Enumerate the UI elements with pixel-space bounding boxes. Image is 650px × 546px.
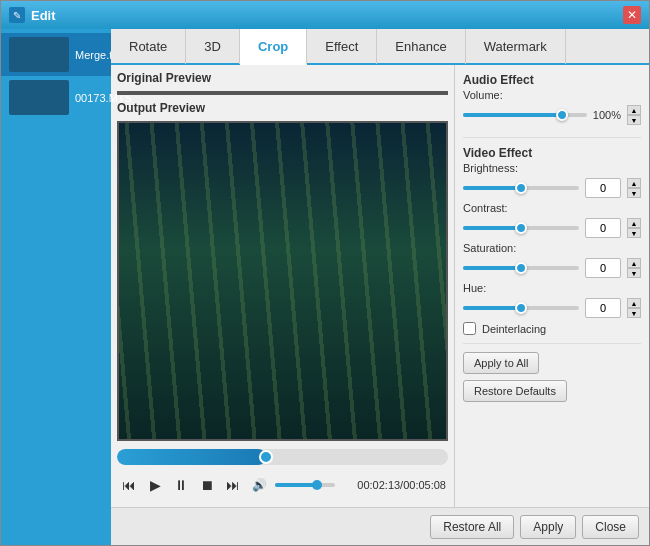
hue-up-button[interactable]: ▲ — [627, 298, 641, 308]
volume-spinner: ▲ ▼ — [627, 105, 641, 125]
contrast-slider-track[interactable] — [463, 226, 579, 230]
deinterlacing-checkbox[interactable] — [463, 322, 476, 335]
right-panel: Audio Effect Volume: 100% ▲ — [454, 65, 649, 507]
audio-effect-title: Audio Effect — [463, 73, 641, 87]
saturation-up-button[interactable]: ▲ — [627, 258, 641, 268]
volume-value: 100% — [593, 109, 621, 121]
brightness-label: Brightness: — [463, 162, 528, 174]
close-window-button[interactable]: ✕ — [623, 6, 641, 24]
hue-down-button[interactable]: ▼ — [627, 308, 641, 318]
tab-3d[interactable]: 3D — [186, 29, 240, 64]
original-preview-section: Original Preview — [117, 71, 448, 95]
contrast-slider-thumb[interactable] — [515, 222, 527, 234]
tab-watermark[interactable]: Watermark — [466, 29, 566, 64]
time-display: 00:02:13/00:05:08 — [357, 479, 446, 491]
restore-all-button[interactable]: Restore All — [430, 515, 514, 539]
hue-slider-fill — [463, 306, 521, 310]
contrast-control-row: ▲ ▼ — [463, 218, 641, 238]
tab-rotate[interactable]: Rotate — [111, 29, 186, 64]
tab-effect[interactable]: Effect — [307, 29, 377, 64]
skip-forward-button[interactable]: ⏭ — [223, 475, 243, 495]
sidebar-thumb — [9, 80, 69, 115]
hue-control-row: ▲ ▼ — [463, 298, 641, 318]
brightness-up-button[interactable]: ▲ — [627, 178, 641, 188]
main-area: Original Preview — [111, 65, 649, 507]
hue-slider-track[interactable] — [463, 306, 579, 310]
title-bar: ✎ Edit ✕ — [1, 1, 649, 29]
divider-2 — [463, 343, 641, 344]
saturation-slider-track[interactable] — [463, 266, 579, 270]
content-area: Rotate 3D Crop Effect Enhance Watermark … — [111, 29, 649, 545]
volume-slider-thumb[interactable] — [556, 109, 568, 121]
app-icon: ✎ — [9, 7, 25, 23]
transport-bar: ⏮ ▶ ⏸ ⏹ ⏭ 🔊 00:02:13/00:05:08 — [117, 469, 448, 501]
close-button[interactable]: Close — [582, 515, 639, 539]
original-preview-label: Original Preview — [117, 71, 448, 85]
main-container: Merge.ts 00173.MTS Rotate 3D Crop Effect… — [1, 29, 649, 545]
hue-input[interactable] — [585, 298, 621, 318]
progress-bar[interactable] — [117, 449, 448, 465]
apply-to-all-button[interactable]: Apply to All — [463, 352, 539, 374]
volume-control-row: Volume: — [463, 89, 641, 101]
volume-icon: 🔊 — [249, 475, 269, 495]
hue-label-row: Hue: — [463, 282, 641, 294]
video-content-output — [119, 123, 446, 439]
tab-crop[interactable]: Crop — [240, 29, 307, 65]
stop-button[interactable]: ⏹ — [197, 475, 217, 495]
volume-slider-track[interactable] — [463, 113, 587, 117]
pause-button[interactable]: ⏸ — [171, 475, 191, 495]
contrast-down-button[interactable]: ▼ — [627, 228, 641, 238]
window-title: Edit — [31, 8, 623, 23]
brightness-label-row: Brightness: — [463, 162, 641, 174]
volume-thumb[interactable] — [312, 480, 322, 490]
sidebar: Merge.ts 00173.MTS — [1, 29, 111, 545]
brightness-slider-fill — [463, 186, 521, 190]
brightness-slider-thumb[interactable] — [515, 182, 527, 194]
saturation-down-button[interactable]: ▼ — [627, 268, 641, 278]
saturation-label-row: Saturation: — [463, 242, 641, 254]
brightness-slider-track[interactable] — [463, 186, 579, 190]
volume-slider-row: 100% ▲ ▼ — [463, 105, 641, 125]
saturation-slider-thumb[interactable] — [515, 262, 527, 274]
deinterlacing-row: Deinterlacing — [463, 322, 641, 335]
progress-fill — [117, 449, 266, 465]
sidebar-item-merge[interactable]: Merge.ts — [1, 33, 111, 76]
plant-visual-output — [119, 123, 446, 439]
brightness-control-row: ▲ ▼ — [463, 178, 641, 198]
volume-slider[interactable] — [275, 483, 335, 487]
sidebar-item-file[interactable]: 00173.MTS — [1, 76, 111, 119]
output-preview-section: Output Preview — [117, 101, 448, 441]
saturation-spinner: ▲ ▼ — [627, 258, 641, 278]
volume-down-button[interactable]: ▼ — [627, 115, 641, 125]
output-preview-label: Output Preview — [117, 101, 448, 115]
volume-up-button[interactable]: ▲ — [627, 105, 641, 115]
saturation-input[interactable] — [585, 258, 621, 278]
hue-slider-thumb[interactable] — [515, 302, 527, 314]
edit-window: ✎ Edit ✕ Merge.ts 00173.MTS Rotate 3D Cr… — [0, 0, 650, 546]
preview-area: Original Preview — [111, 65, 454, 507]
contrast-up-button[interactable]: ▲ — [627, 218, 641, 228]
volume-fill — [275, 483, 317, 487]
contrast-input[interactable] — [585, 218, 621, 238]
tab-bar: Rotate 3D Crop Effect Enhance Watermark — [111, 29, 649, 65]
tab-enhance[interactable]: Enhance — [377, 29, 465, 64]
apply-button[interactable]: Apply — [520, 515, 576, 539]
volume-label: Volume: — [463, 89, 528, 101]
video-effect-title: Video Effect — [463, 146, 641, 160]
contrast-slider-fill — [463, 226, 521, 230]
play-button[interactable]: ▶ — [145, 475, 165, 495]
bottom-bar: Restore All Apply Close — [111, 507, 649, 545]
volume-slider-fill — [463, 113, 562, 117]
saturation-slider-fill — [463, 266, 521, 270]
skip-back-button[interactable]: ⏮ — [119, 475, 139, 495]
progress-thumb[interactable] — [259, 450, 273, 464]
brightness-input[interactable] — [585, 178, 621, 198]
saturation-label: Saturation: — [463, 242, 528, 254]
original-preview-video: ✛ — [117, 91, 448, 95]
contrast-spinner: ▲ ▼ — [627, 218, 641, 238]
progress-section — [117, 445, 448, 469]
brightness-down-button[interactable]: ▼ — [627, 188, 641, 198]
effect-buttons-row: Apply to All Restore Defaults — [463, 352, 641, 402]
brightness-spinner: ▲ ▼ — [627, 178, 641, 198]
restore-defaults-button[interactable]: Restore Defaults — [463, 380, 567, 402]
